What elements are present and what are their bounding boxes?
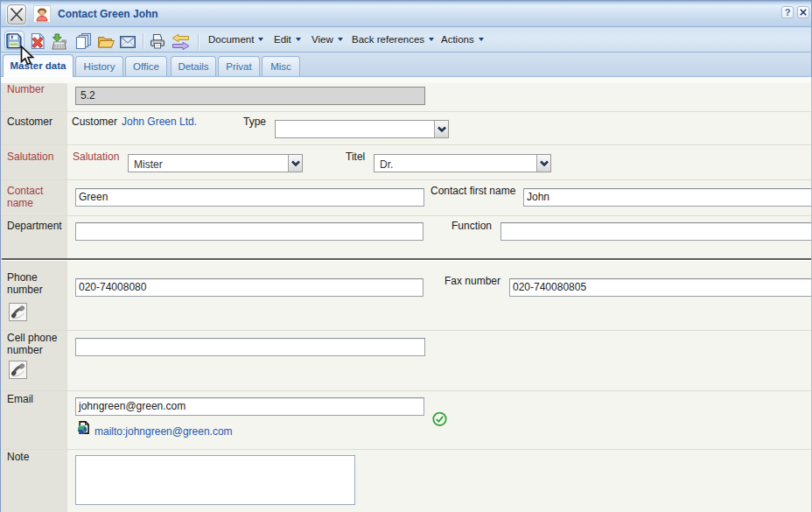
- svg-text:?: ?: [785, 7, 791, 18]
